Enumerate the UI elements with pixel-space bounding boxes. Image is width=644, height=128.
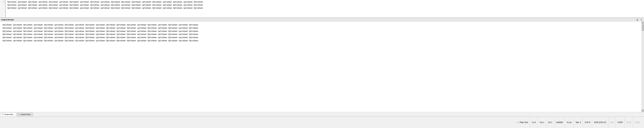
status-label-scrl: SCRL: [635, 121, 640, 123]
output-tabs: ☐Output Res...🔍Search Res...: [0, 112, 644, 116]
status-label-ln: Ln 9: [532, 121, 536, 123]
output-panel: Output Results ⊞ ✕ Uptodown uptodown Upt…: [0, 18, 644, 116]
output-line: Uptodown uptodown Uptodown uptodown Upto…: [2, 33, 642, 36]
status-segment-lns: 9 Lns: [565, 117, 573, 128]
editor-area: 1·· Uptodown uptodown Uptodown uptodown …: [0, 0, 644, 18]
status-segment-file_type: ✏Plain Text: [515, 117, 530, 128]
line-numbers: 1··: [0, 0, 6, 18]
edit-icon: ✏: [517, 121, 519, 123]
status-segment-ins: INS: [608, 117, 616, 128]
status-segment-scrl: SCRL: [633, 117, 642, 128]
status-segment-col: Col 1: [538, 117, 546, 128]
output-content-area[interactable]: Uptodown uptodown Uptodown uptodown Upto…: [0, 22, 644, 112]
output-line: Uptodown uptodown Uptodown uptodown Upto…: [2, 24, 642, 27]
status-bar: ✏Plain TextLn 9Col 1Ch 10x000D9 LnsTab: …: [0, 116, 644, 128]
status-segment-ln: Ln 9: [530, 117, 538, 128]
status-label-encoding: UTF-8: [585, 121, 590, 123]
line-number: ·: [3, 7, 4, 10]
status-segment-hex: 0x000D: [554, 117, 565, 128]
tab-label: Search Res...: [21, 113, 32, 115]
output-line: Uptodown uptodown Uptodown uptodown Upto…: [2, 39, 642, 43]
editor-line: Uptodown uptodown Uptodown uptodown Upto…: [7, 4, 642, 7]
status-label-col: Col 1: [540, 121, 544, 123]
status-label-lns: 9 Lns: [567, 121, 572, 123]
output-line: Uptodown uptodown Uptodown uptodown Upto…: [2, 30, 642, 33]
status-label-file_type: Plain Text: [520, 121, 528, 123]
status-label-eol: DOS (CR+LF): [594, 121, 606, 123]
panel-close-button[interactable]: ✕: [640, 19, 643, 21]
status-segment-num: NUM: [625, 117, 633, 128]
status-segment-caps: CAPS: [616, 117, 625, 128]
panel-float-button[interactable]: ⊞: [636, 19, 639, 21]
tab-icon: 🔍: [18, 113, 20, 115]
output-panel-header: Output Results ⊞ ✕: [0, 18, 644, 22]
status-label-ch: Ch 1: [548, 121, 552, 123]
output-scrollbar[interactable]: ▲ ▼: [642, 22, 644, 112]
scrollbar-track[interactable]: [642, 24, 644, 109]
line-number: ·: [3, 4, 4, 7]
status-segment-eol: DOS (CR+LF): [592, 117, 608, 128]
panel-controls: ⊞ ✕: [636, 19, 643, 21]
editor-line: Uptodown uptodown Uptodown uptodown Upto…: [7, 7, 642, 10]
output-line: Uptodown uptodown Uptodown uptodown Upto…: [2, 36, 642, 39]
line-number: 1: [3, 1, 4, 4]
output-tab[interactable]: 🔍Search Res...: [17, 113, 33, 116]
tab-label: Output Res...: [4, 113, 15, 115]
status-label-num: NUM: [627, 121, 631, 123]
scroll-down-arrow[interactable]: ▼: [642, 109, 644, 112]
scrollbar-thumb[interactable]: [642, 25, 644, 31]
status-label-tab: Tab: 4: [576, 121, 581, 123]
output-panel-title: Output Results: [1, 19, 14, 21]
editor-line: Uptodown uptodown Uptodown uptodown Upto…: [7, 1, 642, 4]
status-label-ins: INS: [610, 121, 614, 123]
status-segment-tab: Tab: 4: [574, 117, 583, 128]
status-segment-ch: Ch 1: [546, 117, 554, 128]
output-line: Uptodown uptodown Uptodown uptodown Upto…: [2, 27, 642, 30]
status-label-caps: CAPS: [618, 121, 623, 123]
status-label-hex: 0x000D: [556, 121, 563, 123]
tab-icon: ☐: [2, 113, 4, 115]
status-segment-encoding: UTF-8: [583, 117, 592, 128]
editor-content[interactable]: Uptodown uptodown Uptodown uptodown Upto…: [6, 0, 644, 18]
output-tab[interactable]: ☐Output Res...: [1, 113, 16, 116]
scroll-up-arrow[interactable]: ▲: [642, 22, 644, 24]
